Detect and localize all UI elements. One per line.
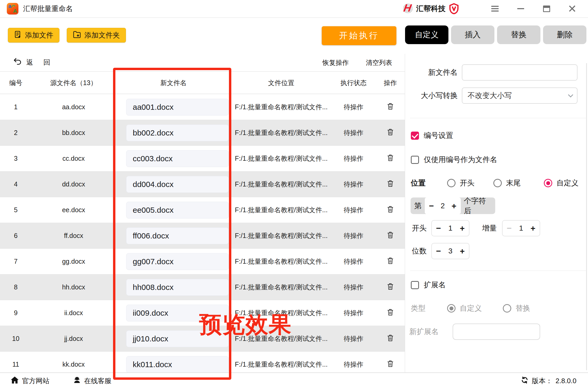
only-number-checkbox[interactable] <box>411 156 419 164</box>
row-new-name-input[interactable]: jj010.docx <box>126 330 229 347</box>
tab-custom[interactable]: 自定义 <box>405 25 448 44</box>
row-new-name-input[interactable]: hh008.docx <box>126 279 229 296</box>
increment-label: 增量 <box>482 223 497 233</box>
row-new-name-input[interactable]: cc003.docx <box>126 150 229 167</box>
execute-button[interactable]: 开始执行 <box>322 26 396 45</box>
row-new-name-input[interactable]: aa001.docx <box>126 99 229 116</box>
app-window: a A 汇帮批量重命名 H 汇帮科技 <box>0 0 588 390</box>
trash-icon[interactable] <box>387 205 394 213</box>
table-row: 4 dd.docx dd004.docx F:/1.批量重命名教程/测试文件..… <box>0 171 405 197</box>
digits-stepper: − 3 + <box>431 243 469 259</box>
add-folder-button[interactable]: 添加文件夹 <box>67 28 126 43</box>
new-name-input[interactable] <box>462 64 577 81</box>
row-status: 待操作 <box>331 180 376 189</box>
position-end-radio[interactable] <box>493 179 502 187</box>
case-convert-select[interactable]: 不改变大小写 <box>462 87 577 104</box>
trash-icon[interactable] <box>387 257 394 265</box>
row-source-name: kk.docx <box>32 361 116 368</box>
trash-icon[interactable] <box>387 308 394 316</box>
start-number-label: 开头 <box>412 223 427 233</box>
ext-type-label: 类型 <box>411 303 426 313</box>
ext-type-custom-radio[interactable] <box>447 304 456 313</box>
headset-person-icon <box>73 376 81 386</box>
clear-list-link[interactable]: 清空列表 <box>366 58 392 67</box>
digits-value: 3 <box>448 247 453 255</box>
row-index: 6 <box>0 232 32 240</box>
add-folder-icon <box>73 30 81 40</box>
version-label: 版本： <box>532 376 552 386</box>
minimize-button[interactable] <box>517 4 525 13</box>
char-position-value: 2 <box>441 202 445 210</box>
trash-icon[interactable] <box>387 360 394 368</box>
row-index: 9 <box>0 309 32 317</box>
row-file-location: F:/1.批量重命名教程/测试文件... <box>231 309 331 317</box>
verified-shield-icon <box>449 3 459 14</box>
trash-icon[interactable] <box>387 283 394 290</box>
plus-button[interactable]: + <box>460 247 465 255</box>
tab-insert[interactable]: 插入 <box>451 25 494 44</box>
case-convert-value: 不改变大小写 <box>468 91 512 101</box>
table-row: 2 bb.docx bb002.docx F:/1.批量重命名教程/测试文件..… <box>0 120 405 146</box>
ext-type-replace-label: 替换 <box>515 303 530 313</box>
ext-type-replace-radio[interactable] <box>503 304 511 313</box>
row-status: 待操作 <box>331 103 376 111</box>
plus-button[interactable]: + <box>452 202 457 210</box>
trash-icon[interactable] <box>387 334 394 342</box>
tab-replace[interactable]: 替换 <box>497 25 540 44</box>
numbering-label: 编号设置 <box>424 131 453 141</box>
trash-icon[interactable] <box>387 154 394 162</box>
row-new-name-input[interactable]: kk011.docx <box>126 356 229 373</box>
trash-icon[interactable] <box>387 128 394 136</box>
row-status: 待操作 <box>331 360 376 369</box>
section-divider <box>410 271 587 271</box>
footer: 官方网站 在线客服 <box>0 372 588 390</box>
row-index: 10 <box>0 335 32 342</box>
row-file-location: F:/1.批量重命名教程/测试文件... <box>231 334 331 343</box>
row-status: 待操作 <box>331 257 376 266</box>
row-index: 4 <box>0 180 32 188</box>
row-new-name-input[interactable]: ii009.docx <box>126 305 229 321</box>
minus-button[interactable]: − <box>507 224 512 232</box>
minus-button[interactable]: − <box>436 247 441 255</box>
minus-button[interactable]: − <box>429 202 434 210</box>
add-file-button[interactable]: 添加文件 <box>8 28 59 43</box>
official-website-link[interactable]: 官方网站 <box>11 376 49 386</box>
menu-icon[interactable] <box>491 4 499 13</box>
position-start-radio[interactable] <box>447 179 456 187</box>
trash-icon[interactable] <box>387 180 394 188</box>
row-index: 11 <box>0 361 32 368</box>
row-new-name-input[interactable]: bb002.docx <box>126 124 229 141</box>
row-source-name: bb.docx <box>32 129 116 137</box>
row-status: 待操作 <box>331 206 376 214</box>
update-refresh-icon[interactable] <box>521 376 529 386</box>
plus-button[interactable]: + <box>530 224 535 232</box>
numbering-checkbox[interactable] <box>411 132 419 140</box>
file-list: 1 aa.docx aa001.docx F:/1.批量重命名教程/测试文件..… <box>0 94 405 372</box>
row-new-name-input[interactable]: ff006.docx <box>126 227 229 244</box>
position-custom-radio[interactable] <box>544 179 552 187</box>
trash-icon[interactable] <box>387 231 394 239</box>
row-new-name-input[interactable]: dd004.docx <box>126 176 229 193</box>
close-button[interactable] <box>568 4 576 13</box>
online-support-link[interactable]: 在线客服 <box>73 376 111 386</box>
tab-delete[interactable]: 删除 <box>543 25 586 44</box>
header-operation: 操作 <box>376 79 405 87</box>
new-ext-input[interactable] <box>453 324 540 340</box>
row-index: 2 <box>0 129 32 137</box>
plus-button[interactable]: + <box>460 224 465 232</box>
extension-checkbox[interactable] <box>411 281 419 289</box>
row-new-name-input[interactable]: ee005.docx <box>126 202 229 219</box>
table-row: 11 kk.docx kk011.docx F:/1.批量重命名教程/测试文件.… <box>0 352 405 372</box>
panel-scrollbar[interactable] <box>586 63 587 370</box>
char-prefix-label: 第 <box>414 201 422 211</box>
add-file-label: 添加文件 <box>25 30 53 40</box>
row-new-name-input[interactable]: gg007.docx <box>126 253 229 270</box>
minus-button[interactable]: − <box>436 224 441 232</box>
row-file-location: F:/1.批量重命名教程/测试文件... <box>231 103 331 111</box>
trash-icon[interactable] <box>387 102 394 110</box>
restore-action-link[interactable]: 恢复操作 <box>323 58 349 67</box>
maximize-button[interactable] <box>542 4 551 13</box>
position-custom-label: 自定义 <box>556 178 579 188</box>
row-index: 5 <box>0 206 32 214</box>
back-button[interactable]: 返 回 <box>13 57 54 67</box>
